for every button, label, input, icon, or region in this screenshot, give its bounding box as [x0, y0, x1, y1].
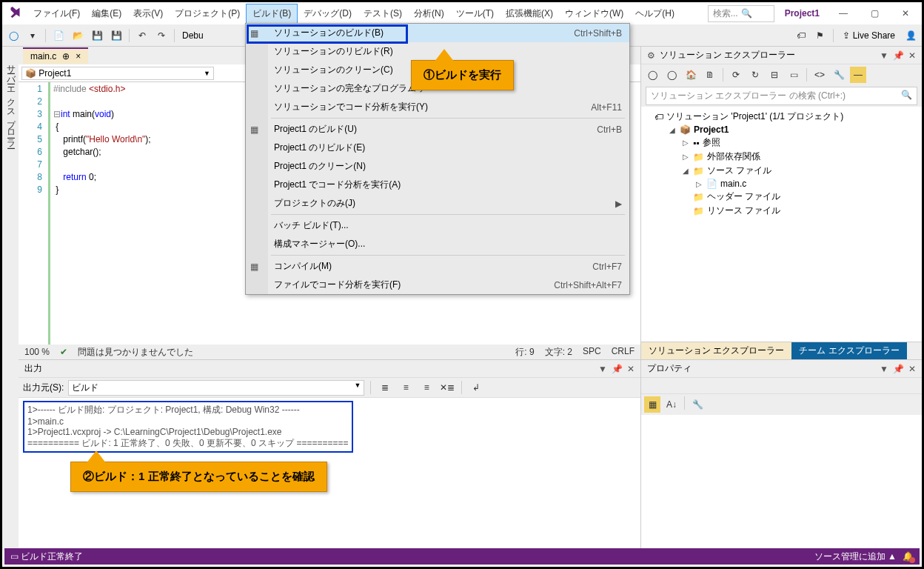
config-dropdown[interactable]: Debu [179, 30, 207, 41]
notifications-icon[interactable]: 🔔 [903, 551, 914, 562]
file-tab-mainc[interactable]: main.c ⊕ × [23, 47, 88, 64]
show-all-icon[interactable]: ▭ [786, 67, 802, 83]
close-button[interactable]: ✕ [892, 3, 919, 24]
toolbox-tab[interactable]: ツールボックス [0, 53, 3, 550]
redo-icon[interactable]: ↷ [153, 27, 170, 44]
build-menu-item[interactable]: Project1 のクリーン(N) [246, 157, 629, 176]
server-explorer-tab[interactable]: サーバー エクスプローラー [3, 53, 19, 550]
dropdown-icon[interactable]: ▼ [598, 364, 607, 374]
build-menu-item[interactable]: プロジェクトのみ(J)▶ [246, 194, 629, 213]
close-icon[interactable]: ✕ [908, 364, 916, 374]
clear-icon[interactable]: ✕≣ [439, 379, 455, 396]
close-icon[interactable]: ✕ [627, 364, 635, 374]
home-icon[interactable]: ◯ [644, 67, 660, 83]
build-menu-item[interactable]: ▦コンパイル(M)Ctrl+F7 [246, 257, 629, 276]
pin-icon[interactable]: ⊕ [62, 51, 70, 61]
build-menu-item[interactable]: ▦ソリューションのビルド(B)Ctrl+Shift+B [246, 24, 629, 42]
scope-combo[interactable]: 📦 Project1▼ [21, 67, 214, 80]
pin-icon[interactable]: 📌 [612, 364, 623, 374]
build-menu-item[interactable]: Project1 でコード分析を実行(A) [246, 176, 629, 194]
tree-references[interactable]: ▷▪▪参照 [643, 136, 920, 150]
build-menu-item[interactable]: バッチ ビルド(T)... [246, 216, 629, 235]
output-source-select[interactable]: ビルド▼ [68, 380, 364, 396]
pin-icon[interactable]: 📌 [893, 50, 904, 61]
save-icon[interactable]: 💾 [89, 27, 105, 44]
dropdown-icon[interactable]: ▼ [880, 364, 888, 374]
code-icon[interactable]: <> [811, 67, 828, 83]
editor-status-bar: 100 % ✔ 問題は見つかりませんでした 行: 9 文字: 2 SPC CRL… [19, 345, 640, 359]
menu-edit[interactable]: 編集(E) [86, 4, 127, 23]
refresh-icon[interactable]: ↻ [747, 67, 763, 83]
alpha-icon[interactable]: A↓ [663, 396, 680, 413]
menu-debug[interactable]: デバッグ(D) [298, 4, 358, 23]
nav-fwd-icon[interactable]: ▾ [24, 27, 41, 44]
close-icon[interactable]: ✕ [908, 50, 916, 61]
tree-solution-root[interactable]: 🏷ソリューション 'Project1' (1/1 プロジェクト) [643, 110, 920, 124]
prev-icon[interactable]: ≡ [398, 379, 414, 396]
account-icon[interactable]: 👤 [903, 27, 919, 44]
source-control-button[interactable]: ソース管理に追加 ▲ [814, 550, 897, 563]
tree-source-files[interactable]: ◢📁ソース ファイル [643, 164, 920, 178]
save-all-icon[interactable]: 💾 [108, 27, 124, 44]
tree-header-files[interactable]: 📁ヘッダー ファイル [643, 190, 920, 204]
gear-icon[interactable]: ⚙ [647, 50, 655, 61]
menu-window[interactable]: ウィンドウ(W) [559, 4, 629, 23]
build-menu-item[interactable]: 構成マネージャー(O)... [246, 235, 629, 253]
flag-icon[interactable]: ⚑ [812, 27, 828, 44]
nav-back-icon[interactable]: ◯ [5, 27, 21, 44]
output-panel: 出力 ▼📌✕ 出力元(S): ビルド▼ ≣ ≡ ≡ ✕≣ ↲ 1>------ … [19, 359, 640, 550]
solution-explorer-search[interactable]: ソリューション エクスプローラー の検索 (Ctrl+:)🔍 [646, 87, 917, 105]
tree-mainc[interactable]: ▷📄main.c [643, 178, 920, 190]
live-share-button[interactable]: ⇪Live Share [838, 30, 900, 41]
new-project-icon[interactable]: 📄 [50, 27, 67, 44]
pin-icon[interactable]: 📌 [893, 364, 904, 374]
menu-file[interactable]: ファイル(F) [27, 4, 86, 23]
house-icon[interactable]: 🏠 [683, 67, 699, 83]
sync-icon[interactable]: ⟳ [728, 67, 744, 83]
menu-tools[interactable]: ツール(T) [450, 4, 500, 23]
wrench-icon[interactable]: 🔧 [689, 396, 706, 413]
tab-team-explorer[interactable]: チーム エクスプローラー [791, 342, 906, 359]
properties-toolbar: ▦ A↓ 🔧 [641, 393, 922, 415]
tree-project[interactable]: ◢📦Project1 [643, 124, 920, 136]
build-icon: ▦ [250, 28, 258, 39]
build-menu-item[interactable]: ▦Project1 のビルド(U)Ctrl+B [246, 120, 629, 139]
tree-resource-files[interactable]: 📁リソース ファイル [643, 204, 920, 218]
build-icon: ▦ [250, 262, 258, 272]
wrench-icon[interactable]: 🔧 [831, 67, 847, 83]
open-icon[interactable]: 📂 [70, 27, 86, 44]
menu-test[interactable]: テスト(S) [358, 4, 408, 23]
menu-view[interactable]: 表示(V) [127, 4, 169, 23]
menu-extensions[interactable]: 拡張機能(X) [500, 4, 559, 23]
build-menu-item[interactable]: ファイルでコード分析を実行(F)Ctrl+Shift+Alt+F7 [246, 276, 629, 294]
search-input[interactable]: 検索...🔍 [708, 5, 774, 22]
solution-tree[interactable]: 🏷ソリューション 'Project1' (1/1 プロジェクト) ◢📦Proje… [641, 107, 922, 342]
home2-icon[interactable]: ◯ [663, 67, 680, 83]
build-menu-item[interactable]: ソリューションでコード分析を実行(Y)Alt+F11 [246, 98, 629, 116]
minimize-button[interactable]: — [830, 3, 857, 24]
menu-bar: ファイル(F) 編集(E) 表示(V) プロジェクト(P) ビルド(B) デバッ… [2, 2, 922, 24]
categorized-icon[interactable]: ▦ [644, 396, 660, 413]
wrap-icon[interactable]: ↲ [468, 379, 484, 396]
save-icon[interactable]: 🗎 [702, 67, 718, 83]
menu-build[interactable]: ビルド(B) [246, 4, 298, 24]
close-tab-icon[interactable]: × [76, 51, 81, 61]
collapse-icon[interactable]: ⊟ [766, 67, 783, 83]
solution-icon: 🏷 [654, 112, 663, 122]
menu-help[interactable]: ヘルプ(H) [629, 4, 680, 23]
zoom-level[interactable]: 100 % [24, 347, 50, 357]
build-menu-item[interactable]: Project1 のリビルド(E) [246, 139, 629, 157]
next-icon[interactable]: ≡ [418, 379, 435, 396]
bookmark-icon[interactable]: 🏷 [793, 27, 809, 44]
goto-icon[interactable]: ≣ [377, 379, 393, 396]
menu-analyze[interactable]: 分析(N) [408, 4, 450, 23]
annotation-callout-2: ②ビルド：1 正常終了となっていることを確認 [70, 462, 327, 492]
tree-external[interactable]: ▷📁外部依存関係 [643, 150, 920, 164]
maximize-button[interactable]: ▢ [861, 3, 888, 24]
menu-project[interactable]: プロジェクト(P) [169, 4, 246, 23]
dropdown-icon[interactable]: ▼ [880, 50, 888, 61]
undo-icon[interactable]: ↶ [134, 27, 150, 44]
folder-icon: 📁 [693, 206, 704, 216]
tab-solution-explorer[interactable]: ソリューション エクスプローラー [641, 342, 791, 359]
more-icon[interactable]: — [850, 67, 866, 83]
